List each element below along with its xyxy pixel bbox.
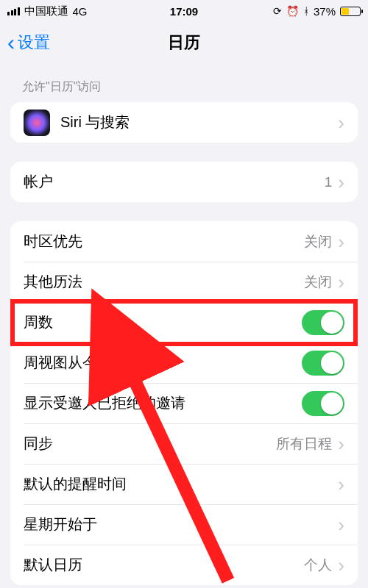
default-alert-label: 默认的提醒时间 [24,474,338,494]
sync-label: 同步 [24,434,276,453]
orientation-lock-icon: ⟳ [273,5,282,17]
timezone-label: 时区优先 [24,232,304,251]
row-default-alert[interactable]: 默认的提醒时间 › [10,464,358,504]
chevron-right-icon: › [338,173,344,192]
row-default-calendar[interactable]: 默认日历 个人 › [10,545,358,585]
back-button[interactable]: ‹ 设置 [7,32,50,54]
row-accounts[interactable]: 帐户 1 › [10,162,358,202]
altcal-value: 关闭 [304,273,332,292]
row-week-numbers[interactable]: 周数 [10,302,358,343]
group-accounts: 帐户 1 › [10,162,358,202]
chevron-right-icon: › [338,232,344,251]
row-alternate-calendars[interactable]: 其他历法 关闭 › [10,262,358,302]
row-timezone-override[interactable]: 时区优先 关闭 › [10,221,358,262]
weeknum-label: 周数 [24,312,302,332]
default-cal-value: 个人 [304,556,332,575]
status-right: ⟳ ⏰ ᚼ 37% [273,5,361,18]
declined-toggle[interactable] [302,391,344,416]
nav-header: ‹ 设置 日历 [0,22,368,63]
battery-icon [340,7,361,16]
default-cal-label: 默认日历 [24,555,304,575]
chevron-right-icon: › [338,273,344,292]
back-label: 设置 [18,32,50,54]
battery-pct: 37% [314,5,336,18]
week-start-label: 星期开始于 [24,514,338,534]
weekview-label: 周视图从今天开 [24,353,302,373]
bluetooth-icon: ᚼ [303,5,309,17]
chevron-left-icon: ‹ [7,32,15,54]
network-label: 4G [73,5,88,18]
carrier-label: 中国联通 [24,4,68,18]
accounts-label: 帐户 [24,172,325,192]
row-siri-search[interactable]: Siri 与搜索 › [10,102,358,143]
group-allow-access: Siri 与搜索 › [10,102,358,143]
clock: 17:09 [170,5,198,18]
group-main-settings: 时区优先 关闭 › 其他历法 关闭 › 周数 周视图从今天开 显示受邀人已拒绝的… [10,221,358,585]
chevron-right-icon: › [338,475,344,494]
row-show-declined[interactable]: 显示受邀人已拒绝的邀请 [10,383,358,423]
row-sync[interactable]: 同步 所有日程 › [10,423,358,464]
timezone-value: 关闭 [304,232,332,251]
weeknum-toggle[interactable] [302,310,344,335]
weekview-toggle[interactable] [302,351,344,376]
page-title: 日历 [168,32,200,54]
siri-icon [24,110,50,136]
chevron-right-icon: › [338,113,344,132]
status-left: 中国联通 4G [7,4,88,18]
row-week-view-today[interactable]: 周视图从今天开 [10,343,358,383]
chevron-right-icon: › [338,515,344,534]
signal-icon [7,7,20,15]
chevron-right-icon: › [338,556,344,575]
status-bar: 中国联通 4G 17:09 ⟳ ⏰ ᚼ 37% [0,0,368,22]
declined-label: 显示受邀人已拒绝的邀请 [24,393,302,413]
sync-value: 所有日程 [276,434,332,453]
alarm-icon: ⏰ [286,5,299,17]
chevron-right-icon: › [338,434,344,453]
altcal-label: 其他历法 [24,272,304,292]
section-allow-label: 允许"日历"访问 [0,63,368,102]
row-week-start[interactable]: 星期开始于 › [10,504,358,545]
siri-label: Siri 与搜索 [60,112,338,132]
accounts-value: 1 [325,174,333,190]
